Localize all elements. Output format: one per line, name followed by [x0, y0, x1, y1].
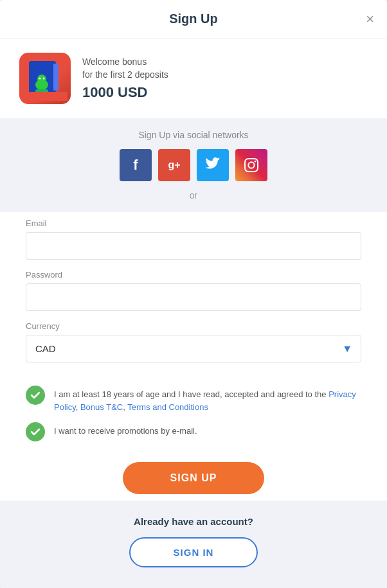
svg-rect-8: [22, 92, 68, 101]
modal-title: Sign Up: [169, 12, 218, 26]
email-label: Email: [26, 218, 361, 228]
terms-conditions-link[interactable]: Terms and Conditions: [127, 402, 208, 412]
bonus-section: Welcome bonus for the first 2 deposits 1…: [0, 39, 387, 118]
twitter-button[interactable]: [197, 149, 229, 181]
currency-select-wrapper: CAD USD EUR GBP ▼: [26, 335, 361, 362]
currency-group: Currency CAD USD EUR GBP ▼: [26, 321, 361, 362]
bonus-text: Welcome bonus for the first 2 deposits 1…: [82, 56, 168, 100]
email-input[interactable]: [26, 232, 361, 260]
google-plus-button[interactable]: g+: [158, 149, 190, 181]
email-group: Email: [26, 218, 361, 260]
password-group: Password: [26, 270, 361, 311]
terms-checkbox-group: I am at least 18 years of age and I have…: [0, 386, 387, 413]
signup-button[interactable]: SIGN UP: [123, 462, 264, 494]
facebook-button[interactable]: f: [120, 149, 152, 181]
terms-text: I am at least 18 years of age and I have…: [54, 386, 361, 413]
bonus-subtitle: Welcome bonus for the first 2 deposits: [82, 56, 168, 81]
svg-point-5: [37, 75, 46, 84]
svg-rect-2: [53, 64, 59, 91]
or-divider: or: [190, 190, 197, 200]
terms-checkbox[interactable]: [26, 386, 45, 405]
signup-button-wrapper: SIGN UP: [0, 450, 387, 501]
svg-point-7: [43, 78, 45, 80]
footer-text: Already have an account?: [134, 516, 253, 527]
bonus-image: [19, 53, 71, 104]
currency-label: Currency: [26, 321, 361, 331]
promo-checkbox-group: I want to receive promotions by e-mail.: [0, 422, 387, 441]
password-label: Password: [26, 270, 361, 280]
currency-select[interactable]: CAD USD EUR GBP: [26, 335, 361, 362]
svg-point-6: [39, 78, 41, 80]
bonus-icon: [22, 56, 68, 101]
promo-text: I want to receive promotions by e-mail.: [54, 422, 197, 438]
footer-section: Already have an account? SIGN IN: [0, 501, 387, 588]
password-input[interactable]: [26, 283, 361, 311]
promo-checkbox[interactable]: [26, 422, 45, 441]
form-section: Email Password Currency CAD USD EUR GBP …: [0, 212, 387, 386]
instagram-button[interactable]: [235, 149, 267, 181]
check-icon: [30, 390, 40, 400]
check-icon-2: [30, 427, 40, 437]
bonus-amount: 1000 USD: [82, 84, 168, 101]
social-buttons: f g+: [120, 149, 267, 181]
signup-modal: Sign Up ×: [0, 0, 387, 588]
bonus-tc-link[interactable]: Bonus T&C: [80, 402, 123, 412]
signin-button[interactable]: SIGN IN: [129, 537, 258, 567]
close-button[interactable]: ×: [366, 12, 374, 26]
social-section: Sign Up via social networks f g+ or: [0, 118, 387, 212]
modal-header: Sign Up ×: [0, 0, 387, 39]
social-label: Sign Up via social networks: [138, 130, 248, 140]
